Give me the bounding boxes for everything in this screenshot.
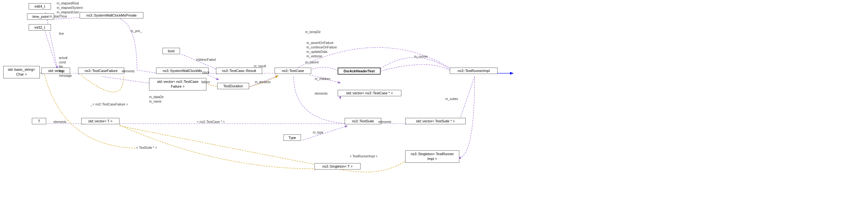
label-actual: actualcondfilelimitmessage <box>59 56 72 78</box>
label-elements-3: elements <box>54 120 67 124</box>
diagram-svg <box>0 0 868 217</box>
node-dsrackheadertest: DsrAckHeaderTest <box>338 67 381 74</box>
node-systemwallclockms: ns3::SystemWallClockMs <box>156 67 209 74</box>
label-mstarttime: m_startTime <box>50 15 67 18</box>
label-mresult: m_result <box>254 64 266 68</box>
label-melapsed: m_elapsedRealm_elapsedSystemm_elapsedUse… <box>57 1 83 15</box>
node-std-vector-testsuite-ptr: std::vector< TestSuite * > <box>405 118 466 124</box>
label-testsuite-ptr: < TestSuite * > <box>136 146 157 150</box>
node-singleton-testrunnerimpl: ns3::Singleton< TestRunnerImpl > <box>405 150 459 163</box>
node-testsuite: ns3::TestSuite <box>345 118 381 124</box>
node-int64_t: int64_t <box>29 3 51 9</box>
node-testrunnerimpl: ns3::TestRunnerImpl <box>450 67 498 74</box>
node-std-vector-testcase-ptr: std::vector< ns3::TestCase * > <box>338 90 401 96</box>
label-elements-4: elements <box>378 120 392 124</box>
node-testcasefailure: ns3::TestCaseFailure <box>78 67 124 74</box>
label-mdatadir: m_dataDirm_name <box>149 95 164 104</box>
label-mtempdir: m_tempDir <box>305 30 321 34</box>
label-clock: clock <box>202 71 210 74</box>
label-testcasefailure-ref: _< ns3::TestCaseFailure > <box>91 103 128 106</box>
node-testduration: TestDuration <box>217 83 249 89</box>
label-testcase-ptr: < ns3::TestCase * > <box>197 120 224 124</box>
label-line: line <box>59 32 64 35</box>
label-mduration: m_duration <box>255 80 271 84</box>
svg-line-17 <box>459 76 475 123</box>
label-mparent: m_parent <box>305 61 318 64</box>
svg-line-2 <box>44 30 57 70</box>
node-std-vector-testcasefailure: std::vector< ns3::TestCaseFailure > <box>149 78 207 91</box>
node-systemwallclockms-private: ns3::SystemWallClockMsPrivate <box>80 12 143 19</box>
node-std-basic-string: std::basic_string<Char > <box>3 66 40 79</box>
node-testcase: ns3::TestCase <box>275 67 311 74</box>
svg-line-16 <box>303 126 347 140</box>
node-int32_t: int32_t <box>29 24 51 31</box>
label-mtype: m_type <box>313 131 323 134</box>
node-type: Type <box>283 134 301 141</box>
label-mrunner: m_runner <box>414 55 428 58</box>
svg-line-8 <box>208 75 218 80</box>
label-elements-1: elements <box>122 69 135 73</box>
node-singleton-T: ns3::Singleton< T > <box>314 163 361 169</box>
node-T: T <box>32 118 46 124</box>
svg-line-6 <box>102 76 151 84</box>
node-testcase-result: ns3::TestCase::Result <box>216 67 262 74</box>
label-massertonfailure: m_assertOnFailurem_continueOnFailurem_up… <box>306 41 337 59</box>
label-msuites: m_suites <box>445 97 458 101</box>
label-elements-2: elements <box>315 92 328 95</box>
label-testrunnerimpl-ref: < TestRunnerImpl > <box>350 155 377 158</box>
node-bool: bool <box>162 48 180 54</box>
diagram-container: int64_t time_point int32_t std::string s… <box>0 0 868 217</box>
label-failure: failure <box>201 80 210 84</box>
label-mpriv: m_priv_ <box>131 29 142 33</box>
label-mchildren: m_children <box>315 77 330 81</box>
label-childrenfailed: childrenFailed <box>196 58 216 62</box>
node-std-vector-T: std::vector< T > <box>81 118 119 124</box>
svg-line-0 <box>45 12 57 68</box>
